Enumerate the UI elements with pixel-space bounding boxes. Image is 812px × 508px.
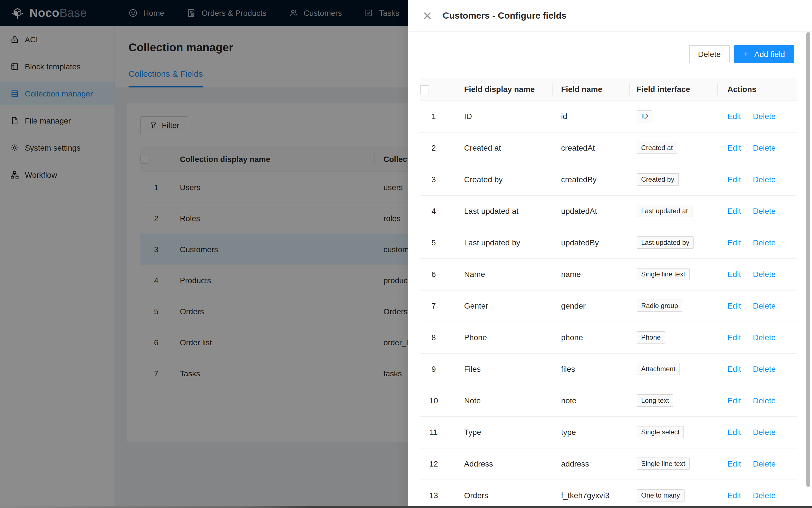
field-display-name: Phone <box>447 322 552 353</box>
drawer-body: Delete +Add field Field display name Fie… <box>408 32 812 508</box>
field-row[interactable]: 8 Phone phone Phone EditDelete <box>420 322 797 353</box>
field-row[interactable]: 10 Note note Long text EditDelete <box>420 385 797 416</box>
field-row[interactable]: 7 Genter gender Radio group EditDelete <box>420 290 797 322</box>
edit-link[interactable]: Edit <box>727 270 741 279</box>
delete-button[interactable]: Delete <box>689 45 730 63</box>
field-interface-tag: Last updated by <box>637 237 694 249</box>
row-index: 6 <box>420 258 447 290</box>
drawer-header: Customers - Configure fields <box>408 0 812 32</box>
drawer-scrollbar-thumb[interactable] <box>806 32 810 487</box>
edit-link[interactable]: Edit <box>727 301 741 310</box>
edit-link[interactable]: Edit <box>727 175 741 184</box>
edit-link[interactable]: Edit <box>727 207 741 215</box>
divider <box>747 113 747 121</box>
fields-table: Field display name Field name Field inte… <box>420 78 797 508</box>
column-header: Field display name <box>447 78 552 100</box>
field-interface-tag: Single line text <box>637 458 690 470</box>
delete-link[interactable]: Delete <box>753 396 776 405</box>
field-display-name: Created by <box>447 164 552 195</box>
delete-link[interactable]: Delete <box>753 333 776 342</box>
field-row[interactable]: 6 Name name Single line text EditDelete <box>420 258 797 290</box>
app: NocoBase Home Orders & Products Customer… <box>0 0 812 508</box>
divider <box>747 366 747 374</box>
add-field-button-label: Add field <box>754 50 785 59</box>
field-name: type <box>552 416 629 448</box>
edit-link[interactable]: Edit <box>727 428 741 437</box>
field-row[interactable]: 13 Orders f_tkeh7gyxvi3 One to many Edit… <box>420 479 797 508</box>
delete-link[interactable]: Delete <box>753 428 776 437</box>
divider <box>747 302 747 310</box>
field-interface-tag: Attachment <box>637 363 680 375</box>
delete-link[interactable]: Delete <box>753 365 776 374</box>
divider <box>747 492 747 500</box>
field-name: createdBy <box>552 164 629 195</box>
column-header: Actions <box>717 78 797 100</box>
field-row[interactable]: 12 Address address Single line text Edit… <box>420 448 797 479</box>
add-field-button[interactable]: +Add field <box>734 45 794 63</box>
select-all-fields-checkbox[interactable] <box>420 85 429 94</box>
field-name: updatedAt <box>552 195 629 227</box>
field-display-name: Address <box>447 448 552 479</box>
field-row[interactable]: 4 Last updated at updatedAt Last updated… <box>420 195 797 227</box>
divider <box>747 460 747 468</box>
divider <box>747 208 747 215</box>
close-icon[interactable] <box>423 11 432 20</box>
field-interface-tag: Last updated at <box>637 205 692 217</box>
field-display-name: Last updated by <box>447 227 552 258</box>
delete-button-label: Delete <box>698 50 721 59</box>
edit-link[interactable]: Edit <box>727 459 741 468</box>
field-name: files <box>552 353 629 385</box>
field-name: createdAt <box>552 132 629 164</box>
edit-link[interactable]: Edit <box>727 396 741 405</box>
edit-link[interactable]: Edit <box>727 491 741 500</box>
field-name: f_tkeh7gyxvi3 <box>552 479 629 508</box>
row-index: 8 <box>420 322 447 353</box>
field-name: updatedBy <box>552 227 629 258</box>
drawer-actions: Delete +Add field <box>420 45 794 63</box>
field-interface-tag: Phone <box>637 331 665 344</box>
field-row[interactable]: 3 Created by createdBy Created by EditDe… <box>420 164 797 195</box>
field-row[interactable]: 1 ID id ID EditDelete <box>420 100 797 132</box>
field-name: id <box>552 100 629 132</box>
fields-table-header-row: Field display name Field name Field inte… <box>420 78 797 100</box>
divider <box>747 429 747 437</box>
field-name: address <box>552 448 629 479</box>
field-row[interactable]: 2 Created at createdAt Created at EditDe… <box>420 132 797 164</box>
field-interface-tag: Radio group <box>637 300 683 312</box>
field-interface-tag: One to many <box>637 489 684 502</box>
field-display-name: Type <box>447 416 552 448</box>
row-index: 12 <box>420 448 447 479</box>
field-interface-tag: Long text <box>637 394 674 407</box>
edit-link[interactable]: Edit <box>727 112 741 121</box>
delete-link[interactable]: Delete <box>753 301 776 310</box>
configure-fields-drawer: Customers - Configure fields Delete +Add… <box>408 0 812 508</box>
delete-link[interactable]: Delete <box>753 175 776 184</box>
edit-link[interactable]: Edit <box>727 333 741 342</box>
delete-link[interactable]: Delete <box>753 112 776 121</box>
field-name: gender <box>552 290 629 322</box>
row-index: 4 <box>420 195 447 227</box>
edit-link[interactable]: Edit <box>727 365 741 374</box>
field-name: phone <box>552 322 629 353</box>
field-display-name: Genter <box>447 290 552 322</box>
delete-link[interactable]: Delete <box>753 143 776 152</box>
delete-link[interactable]: Delete <box>753 238 776 247</box>
divider <box>747 271 747 279</box>
field-row[interactable]: 5 Last updated by updatedBy Last updated… <box>420 227 797 258</box>
edit-link[interactable]: Edit <box>727 143 741 152</box>
field-display-name: Last updated at <box>447 195 552 227</box>
bottom-scrollbar-strip[interactable] <box>0 506 812 508</box>
delete-link[interactable]: Delete <box>753 270 776 279</box>
delete-link[interactable]: Delete <box>753 491 776 500</box>
field-row[interactable]: 9 Files files Attachment EditDelete <box>420 353 797 385</box>
delete-link[interactable]: Delete <box>753 207 776 215</box>
field-display-name: ID <box>447 100 552 132</box>
field-row[interactable]: 11 Type type Single select EditDelete <box>420 416 797 448</box>
delete-link[interactable]: Delete <box>753 459 776 468</box>
divider <box>747 144 747 152</box>
row-index: 1 <box>420 100 447 132</box>
edit-link[interactable]: Edit <box>727 238 741 247</box>
field-interface-tag: Single select <box>637 426 684 438</box>
plus-icon: + <box>743 50 749 59</box>
field-display-name: Created at <box>447 132 552 164</box>
